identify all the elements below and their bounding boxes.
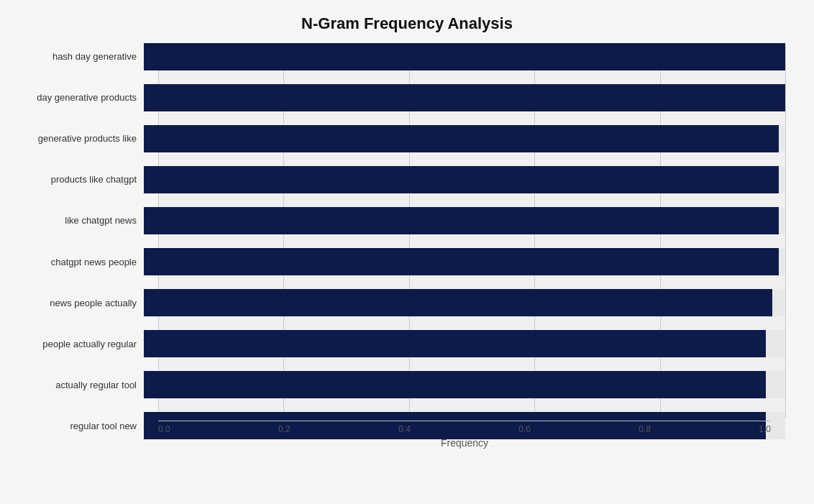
bar-fill bbox=[144, 84, 785, 111]
bar-row: products like chatgpt bbox=[144, 159, 785, 200]
bar-fill bbox=[144, 207, 779, 234]
tick-label: 0.0 bbox=[158, 424, 170, 434]
axis-line bbox=[158, 421, 771, 421]
chart-container: N-Gram Frequency Analysis hash day gener… bbox=[0, 0, 814, 504]
bar-row: generative products like bbox=[144, 118, 785, 159]
tick-label: 0.8 bbox=[639, 424, 651, 434]
bar-label: like chatgpt news bbox=[0, 215, 137, 226]
axis-label: Frequency bbox=[158, 437, 771, 449]
bar-row: actually regular tool bbox=[144, 365, 785, 406]
bar-fill bbox=[144, 330, 766, 357]
bar-fill bbox=[144, 289, 772, 316]
bar-row: chatgpt news people bbox=[144, 241, 785, 282]
bar-label: actually regular tool bbox=[0, 380, 137, 390]
bar-fill bbox=[144, 43, 785, 70]
bar-label: people actually regular bbox=[0, 339, 137, 349]
bar-label: news people actually bbox=[0, 298, 137, 308]
bar-row: day generative products bbox=[144, 77, 785, 118]
chart-title: N-Gram Frequency Analysis bbox=[14, 14, 800, 33]
bar-label: day generative products bbox=[0, 92, 137, 103]
tick-label: 1.0 bbox=[759, 424, 771, 434]
bar-row: like chatgpt news bbox=[144, 200, 785, 241]
bar-label: products like chatgpt bbox=[0, 174, 137, 185]
bar-row: hash day generative bbox=[144, 36, 785, 77]
bar-fill bbox=[144, 125, 779, 152]
bar-label: chatgpt news people bbox=[0, 257, 137, 267]
bar-row: people actually regular bbox=[144, 324, 785, 365]
tick-label: 0.6 bbox=[518, 424, 531, 434]
bar-row: news people actually bbox=[144, 283, 785, 324]
axis-ticks: 0.00.20.40.60.81.0 bbox=[158, 424, 771, 434]
tick-label: 0.2 bbox=[278, 424, 291, 434]
bar-fill bbox=[144, 371, 766, 398]
tick-label: 0.4 bbox=[398, 424, 411, 434]
bar-label: generative products like bbox=[0, 133, 137, 144]
bar-fill bbox=[144, 166, 779, 193]
bar-label: hash day generative bbox=[0, 51, 137, 62]
x-axis: 0.00.20.40.60.81.0 Frequency bbox=[14, 421, 800, 457]
bar-fill bbox=[144, 248, 779, 275]
